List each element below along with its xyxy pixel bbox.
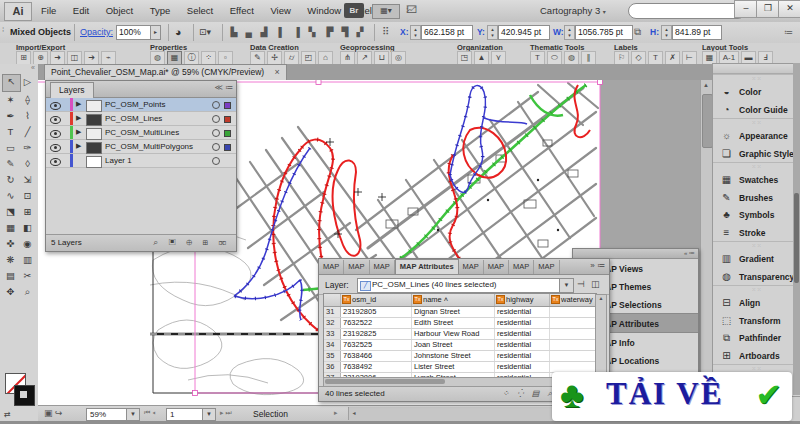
tab-map-4[interactable]: MAP — [459, 260, 484, 274]
pen-tool[interactable]: ✒ — [2, 108, 19, 124]
column-name[interactable]: Txname ˄ — [412, 294, 495, 306]
multiple-import-icon[interactable]: ⊕ — [33, 51, 48, 65]
distribute-3-icon[interactable]: ▞ — [354, 27, 366, 37]
type-tool[interactable]: T — [2, 124, 19, 140]
eyedropper-tool[interactable]: ✜ — [2, 236, 19, 252]
tab-map-7[interactable]: MAP — [534, 260, 559, 274]
column-osm-id[interactable]: Txosm_id — [341, 294, 412, 306]
map-attributes-tool-icon[interactable]: ▦ — [167, 51, 182, 65]
edit-schema-icon[interactable]: ◫ — [591, 279, 600, 289]
scale-tool-icon[interactable]: ▫ — [218, 51, 233, 65]
visibility-eye-icon[interactable] — [50, 102, 61, 110]
scroll-up-icon[interactable]: ▲ — [701, 80, 711, 91]
opacity-spinner[interactable]: ▸ — [150, 25, 161, 40]
knockout-icon[interactable]: ✗ — [665, 51, 680, 65]
table-row[interactable]: 3323192825Harbour View Roadresidential — [324, 329, 596, 340]
h-field[interactable]: 841.89 pt — [672, 25, 722, 40]
zoom-dropdown-arrow[interactable]: ▼ — [126, 408, 140, 421]
slice-tool[interactable]: ✂ — [19, 268, 36, 284]
constrain-proportions-icon[interactable]: ⧉ — [634, 26, 641, 38]
layers-tab[interactable]: Layers — [50, 82, 94, 98]
distribute-2-icon[interactable]: ▜ — [339, 27, 351, 37]
menu-view[interactable]: View — [263, 0, 297, 21]
x-stepper[interactable]: ▴▾ — [410, 25, 421, 40]
line-tool[interactable]: ╱ — [19, 124, 36, 140]
column-waterway[interactable]: Txwaterway — [550, 294, 597, 306]
target-circle-icon[interactable] — [212, 143, 220, 151]
artboard-dropdown-arrow[interactable]: ▼ — [202, 408, 216, 421]
align-left-icon[interactable]: ▙ — [228, 27, 240, 37]
target-circle-icon[interactable] — [212, 157, 220, 165]
text-label-icon[interactable]: T — [648, 51, 663, 65]
mapweb-icon[interactable]: ⌁ — [101, 51, 116, 65]
split-layers-icon[interactable]: ◳ — [457, 51, 472, 65]
reference-point-icon[interactable]: ⠿ — [382, 26, 389, 37]
first-artboard-icon[interactable]: ⏮ ◂ — [144, 409, 155, 417]
distribute-1-icon[interactable]: ▛ — [324, 27, 336, 37]
expand-arrow-icon[interactable]: ▶ — [76, 100, 81, 108]
opacity-link[interactable]: Opacity: — [80, 27, 113, 37]
hatch-icon[interactable]: ∥ — [581, 51, 596, 65]
last-artboard-icon[interactable]: ▸ ⏭ — [220, 409, 232, 417]
dot-density-icon[interactable]: ⬭ — [547, 51, 562, 65]
scroll-left-icon[interactable]: ◂ — [349, 408, 359, 419]
width-tool[interactable]: ∿ — [2, 188, 19, 204]
dock-item-appearance[interactable]: ☼Appearance — [713, 127, 800, 145]
arrange-documents-icon[interactable]: ▦▾ — [372, 4, 400, 19]
tab-map-attributes[interactable]: MAP Attributes — [395, 259, 459, 274]
layers-footer-icons[interactable]: ⌕ ▣ ⊕ ⊞ ⌧ — [153, 235, 230, 250]
layers-panel-menu-icon[interactable]: ≪ ≔ — [214, 83, 233, 92]
pencil-tool[interactable]: ✎ — [2, 156, 19, 172]
export-icon[interactable]: ➜ — [50, 51, 65, 65]
h-stepper[interactable]: ▴▾ — [661, 25, 672, 40]
dock-item-stroke[interactable]: ≡Stroke — [713, 224, 800, 242]
tab-map-1[interactable]: MAP — [319, 260, 344, 274]
free-transform-tool[interactable]: ⊡ — [19, 188, 36, 204]
graph-tool[interactable]: ▥ — [19, 252, 36, 268]
menu-select[interactable]: Select — [180, 0, 220, 21]
search-input[interactable] — [628, 3, 746, 19]
dock-item-graphic-styles[interactable]: ❏Graphic Styles — [713, 145, 800, 163]
pin-panel-icon[interactable]: ⊣ — [577, 279, 585, 289]
export-document-icon[interactable]: ◫ — [67, 51, 82, 65]
dock-item-pathfinder[interactable]: ⧉Pathfinder — [713, 329, 800, 347]
align-middle-icon[interactable]: ▐ — [291, 27, 302, 37]
map-info-tool-icon[interactable]: ⓘ — [184, 51, 199, 65]
artboard-tool[interactable]: ▤ — [2, 268, 19, 284]
align-center-icon[interactable]: ▄ — [243, 27, 254, 37]
close-document-icon[interactable]: × — [275, 67, 280, 77]
y-field[interactable]: 420.945 pt — [498, 25, 550, 40]
dock-item-transparency[interactable]: ◍Transparency — [713, 268, 800, 286]
target-circle-icon[interactable] — [212, 129, 220, 137]
align-top-icon[interactable]: ▌ — [276, 27, 287, 37]
shape-builder-tool[interactable]: ⬔ — [2, 204, 19, 220]
join-lines-icon[interactable]: ⋔ — [340, 51, 355, 65]
select-similar-icon[interactable]: ⊡▾ — [199, 27, 211, 37]
dock-collapse-icon[interactable]: « — [713, 64, 800, 74]
crop-icon[interactable]: ◎ — [391, 51, 406, 65]
share-icon[interactable]: 🗠 — [406, 3, 417, 15]
blend-tool[interactable]: ◉ — [19, 236, 36, 252]
dock-item-artboards[interactable]: ⊞Artboards — [713, 347, 800, 365]
visibility-eye-icon[interactable] — [50, 130, 61, 138]
dock-item-color-guide[interactable]: ◔Color Guide — [713, 101, 800, 119]
magic-wand-tool[interactable]: ✶ — [2, 92, 19, 108]
zoom-level-field[interactable]: 59% — [86, 408, 129, 421]
geocode-icon[interactable]: ⌂ — [318, 51, 333, 65]
table-vertical-scrollbar[interactable]: ▲ — [595, 294, 607, 378]
control-panel-menu-icon[interactable]: ≔ — [784, 27, 793, 37]
edit-data-icon[interactable]: ✎ — [250, 51, 265, 65]
close-button[interactable]: ✕ — [778, 0, 800, 18]
tab-map-5[interactable]: MAP — [484, 260, 509, 274]
stylesheet-icon[interactable]: ◍ — [564, 51, 579, 65]
mesh-tool[interactable]: ▦ — [2, 220, 19, 236]
rotate-tool[interactable]: ↻ — [2, 172, 19, 188]
document-tab[interactable]: Point_Chevalier_OSM_Map.ai* @ 59% (CMYK/… — [44, 64, 287, 81]
swap-fill-stroke-icon[interactable]: ⇄ — [4, 410, 11, 419]
copy-data-icon[interactable]: ◰ — [301, 51, 316, 65]
layer-row-layer-1[interactable]: Layer 1 — [46, 154, 236, 168]
symbol-sprayer-tool[interactable]: ❋ — [2, 252, 19, 268]
layer-dropdown[interactable]: ╱ PC_OSM_Lines (40 lines selected) — [357, 278, 573, 293]
gradient-tool[interactable]: ◧ — [19, 220, 36, 236]
menu-file[interactable]: File — [34, 0, 63, 21]
